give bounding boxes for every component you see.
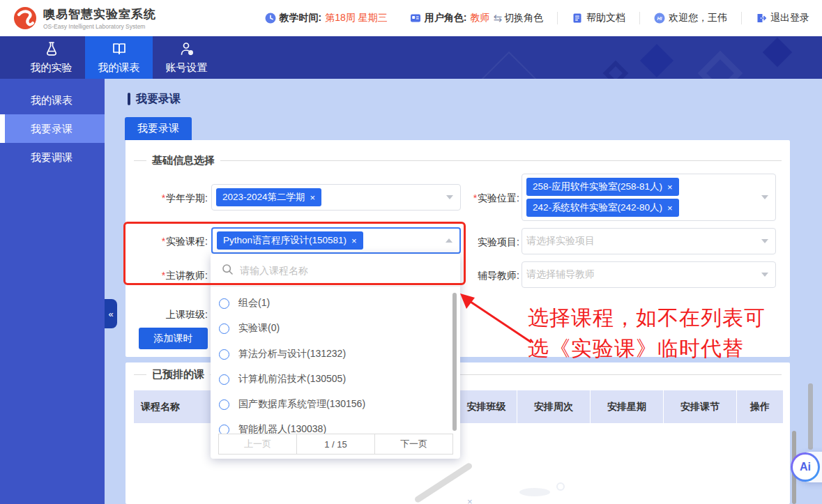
sidebar-item-reschedule[interactable]: 我要调课 — [0, 143, 105, 171]
semester-label: *学年学期: — [142, 192, 208, 205]
section-title-scheduled: 已预排的课 — [146, 368, 210, 381]
project-select[interactable]: 请选择实验项目 — [522, 228, 776, 254]
caret-down-icon — [761, 239, 768, 243]
divider — [557, 12, 558, 24]
semester-tag: 2023-2024第二学期× — [216, 188, 321, 206]
caret-up-icon — [446, 238, 452, 243]
help-doc-link[interactable]: 帮助文档 — [572, 12, 625, 24]
collapse-icon: « — [108, 309, 113, 319]
option-shujuku[interactable]: 国产数据库系统管理(130156) — [211, 392, 450, 417]
section-title-basic-info: 基础信息选择 — [146, 154, 220, 167]
hi-avatar-icon: Hi — [654, 13, 665, 24]
annotation-line2: 选《实验课》临时代替 — [528, 335, 744, 363]
col-weekday: 安排星期 — [591, 390, 664, 423]
dropdown-divider — [211, 286, 460, 287]
sidebar: 我的课表 我要录课 我要调课 — [0, 79, 105, 504]
teaching-time-value: 第18周 星期三 — [325, 12, 387, 24]
id-card-icon — [410, 13, 421, 24]
lecturer-label: *主讲教师: — [142, 270, 208, 282]
divider — [741, 12, 742, 24]
col-period: 安排课节 — [664, 390, 737, 423]
teaching-time: 教学时间: 第18周 星期三 — [265, 12, 388, 24]
option-qianyan[interactable]: 计算机前沿技术(130505) — [211, 367, 450, 392]
radio-icon — [219, 399, 229, 410]
search-icon — [222, 264, 234, 278]
col-class: 安排班级 — [456, 390, 517, 423]
course-label: *实验课程: — [142, 236, 208, 248]
caret-down-icon — [761, 195, 768, 199]
add-period-button[interactable]: 添加课时 — [139, 328, 208, 349]
nav-item-my-schedule[interactable]: 我的课表 — [85, 36, 153, 79]
nav-decor — [480, 52, 539, 79]
empty-state-decor — [519, 488, 550, 496]
location-label: *实验位置: — [453, 192, 519, 205]
project-label: 实验项目: — [453, 236, 519, 249]
main-nav: 我的实验 我的课表 账号设置 — [0, 36, 822, 79]
prev-page-button[interactable]: 上一页 — [219, 434, 297, 454]
assistant-label: 辅导教师: — [453, 270, 519, 282]
fieldset-border — [134, 160, 782, 161]
app-window: 噢易智慧实验室系统 OS-Easy Intelligent Laboratory… — [0, 0, 822, 504]
sidebar-item-record-lesson[interactable]: 我要录课 — [0, 114, 105, 143]
tag-close-icon[interactable]: × — [667, 203, 673, 213]
page-indicator: 1 / 15 — [297, 434, 375, 454]
divider — [639, 12, 640, 24]
page-scrollbar-thumb[interactable] — [808, 383, 813, 450]
switch-role-button[interactable]: ⇆ 切换角色 — [493, 12, 543, 24]
sidebar-collapse-button[interactable]: « — [105, 299, 117, 328]
annotation-line1: 选择课程，如不在列表可 — [528, 304, 766, 333]
option-shiyanke[interactable]: 实验课(0) — [211, 316, 450, 341]
book-icon — [111, 40, 128, 59]
logout-icon — [756, 13, 767, 24]
empty-state-decor: × — [467, 496, 473, 504]
location-tag-1: 258-应用软件实验室(258-81人)× — [526, 178, 679, 196]
assistant-select[interactable]: 请选择辅导教师 — [522, 261, 776, 288]
oseasy-logo-icon — [13, 6, 38, 31]
title-accent-bar — [128, 93, 130, 105]
semester-select[interactable]: 2023-2024第二学期× — [211, 184, 461, 211]
nav-decor — [697, 50, 743, 79]
sidebar-item-my-schedule[interactable]: 我的课表 — [0, 86, 105, 114]
nav-item-account-settings[interactable]: 账号设置 — [153, 36, 220, 79]
radio-icon — [219, 323, 229, 334]
location-select[interactable]: 258-应用软件实验室(258-81人)× 242-系统软件实验室(242-80… — [522, 174, 776, 221]
teaching-time-label: 教学时间: — [280, 12, 322, 24]
option-zuhui[interactable]: 组会(1) — [211, 291, 450, 316]
nav-decor — [763, 38, 792, 67]
dropdown-pagination: 上一页 1 / 15 下一页 — [218, 434, 453, 455]
location-tag-2: 242-系统软件实验室(242-80人)× — [526, 199, 679, 217]
tab-record-lesson[interactable]: 我要录课 — [125, 117, 192, 140]
tag-close-icon[interactable]: × — [667, 182, 673, 192]
nav-decor — [603, 61, 629, 79]
nav-decor — [640, 44, 673, 77]
caret-down-icon — [446, 195, 453, 199]
document-icon — [572, 13, 583, 24]
switch-arrows-icon: ⇆ — [493, 12, 502, 24]
col-actions: 操作 — [737, 390, 783, 423]
caret-down-icon — [761, 273, 768, 277]
top-header: 噢易智慧实验室系统 OS-Easy Intelligent Laboratory… — [0, 0, 822, 36]
empty-state-decor — [556, 482, 565, 491]
svg-text:Hi: Hi — [657, 16, 663, 21]
nav-item-my-experiments[interactable]: 我的实验 — [17, 36, 85, 79]
option-suanfa[interactable]: 算法分析与设计(131232) — [211, 342, 450, 367]
flask-icon — [43, 40, 60, 59]
user-role-label: 用户角色: — [425, 12, 467, 24]
next-page-button[interactable]: 下一页 — [375, 434, 452, 454]
logout-button[interactable]: 退出登录 — [756, 12, 809, 24]
app-subtitle: OS-Easy Intelligent Laboratory System — [43, 23, 156, 30]
user-role-value: 教师 — [470, 12, 489, 24]
tag-close-icon[interactable]: × — [310, 192, 316, 203]
logo: 噢易智慧实验室系统 OS-Easy Intelligent Laboratory… — [13, 6, 156, 31]
course-search-input[interactable] — [240, 265, 428, 276]
radio-icon — [219, 374, 229, 385]
page-title: 我要录课 — [136, 92, 181, 107]
app-title: 噢易智慧实验室系统 — [43, 6, 156, 22]
col-week: 安排周次 — [517, 390, 591, 423]
course-select[interactable]: Python语言程序设计(150581)× — [211, 227, 461, 254]
radio-icon — [219, 298, 229, 309]
dropdown-search[interactable] — [213, 257, 450, 284]
ai-assistant-button[interactable]: Ai — [791, 452, 820, 482]
welcome-user: Hi 欢迎您，王伟 — [654, 12, 727, 24]
tag-close-icon[interactable]: × — [351, 236, 357, 246]
